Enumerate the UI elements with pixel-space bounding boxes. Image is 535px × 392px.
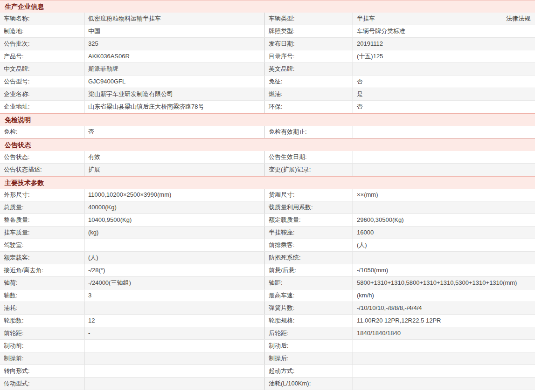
field-value: (km/h)	[357, 289, 374, 302]
field-label: 防抱死系统:	[265, 252, 353, 264]
field-label: 驾驶室:	[0, 239, 84, 251]
field-value	[84, 302, 265, 314]
field-value	[84, 340, 265, 352]
info-section: 生产企业信息 车辆名称: 低密度粉粒物料运输半挂车 车辆类型: 半挂车 法律法规…	[0, 0, 535, 113]
table-row: 轮胎数: 12 轮胎规格: 11.00R20 12PR,12R22.5 12PR	[0, 315, 535, 327]
section-header: 公告状态	[0, 138, 535, 151]
field-value: 12	[84, 315, 265, 327]
field-value	[84, 239, 265, 251]
field-label: 最高车速:	[265, 289, 353, 302]
section-title: 生产企业信息	[5, 3, 44, 10]
field-value: 29600,30500(Kg)	[357, 214, 403, 226]
field-label: 车辆类型:	[265, 13, 353, 25]
field-value-cell	[353, 164, 535, 176]
field-label: 牌照类型:	[265, 25, 353, 37]
field-value: 11.00R20 12PR,12R22.5 12PR	[357, 315, 441, 327]
field-value: -/10/10/10,-/8/8/8,-/4/4/4	[357, 302, 422, 314]
table-row: 油耗: 弹簧片数: -/10/10/10,-/8/8/8,-/4/4/4	[0, 302, 535, 315]
field-value: 扩展	[84, 164, 265, 176]
field-value: 20191112	[357, 38, 383, 50]
field-label: 轴荷:	[0, 277, 84, 289]
field-label: 货厢尺寸:	[265, 189, 353, 201]
table-row: 企业名称: 梁山新宇车业研发制造有限公司 燃油: 是	[0, 88, 535, 101]
field-value-cell: (km/h)	[353, 289, 535, 302]
table-row: 车辆名称: 低密度粉粒物料运输半挂车 车辆类型: 半挂车 法律法规	[0, 13, 535, 25]
table-row: 中文品牌: 斯派菲勒牌 英文品牌:	[0, 63, 535, 76]
field-value-cell: 否	[353, 76, 535, 88]
section-title: 主要技术参数	[5, 179, 44, 186]
field-label: 车辆名称:	[0, 13, 84, 25]
table-row: 企业地址: 山东省梁山县梁山镇后庄大桥南梁济路78号 环保: 否	[0, 101, 535, 113]
field-label: 轮胎规格:	[265, 315, 353, 327]
table-row: 轴荷: -/24000(三轴组) 轴距: 5800+1310+1310,5800…	[0, 277, 535, 289]
section-title: 公告状态	[5, 141, 31, 149]
field-value: 低密度粉粒物料运输半挂车	[84, 13, 265, 25]
field-value-cell: 车辆号牌分类标准	[353, 25, 535, 37]
field-value-cell: (人)	[353, 239, 535, 251]
field-value-cell	[353, 252, 535, 264]
field-value: 3	[84, 289, 265, 302]
field-value: 325	[84, 38, 265, 50]
table-row: 轴数: 3 最高车速: (km/h)	[0, 289, 535, 302]
field-label: 免征:	[265, 76, 353, 88]
field-label: 半挂鞍座:	[265, 227, 353, 239]
field-value: -	[84, 327, 265, 339]
field-value-cell: ××(mm)	[353, 189, 535, 201]
field-value	[84, 378, 265, 390]
field-label: 外形尺寸:	[0, 189, 84, 201]
field-label: 弹簧片数:	[265, 302, 353, 314]
field-label: 制操后:	[265, 352, 353, 364]
field-label: 英文品牌:	[265, 63, 353, 75]
field-label: 公告生效日期:	[265, 151, 353, 163]
field-value: (人)	[84, 252, 265, 264]
field-value-cell: 29600,30500(Kg)	[353, 214, 535, 226]
field-label: 制动前:	[0, 340, 84, 352]
field-value-cell: 否	[353, 101, 535, 113]
field-label: 变更(扩展)记录:	[265, 164, 353, 176]
table-row: 传动型式: 油耗(L/100Km):	[0, 378, 535, 390]
table-row: 制操前: 制操后:	[0, 352, 535, 365]
field-value-cell: 1840/1840/1840	[353, 327, 535, 339]
field-value-cell: 16000	[353, 227, 535, 239]
field-label: 前轮距:	[0, 327, 84, 339]
table-row: 前轮距: - 后轮距: 1840/1840/1840	[0, 327, 535, 340]
field-value: -/28(°)	[84, 264, 265, 276]
field-label: 油耗:	[0, 302, 84, 314]
field-value: ××(mm)	[357, 189, 378, 201]
table-row: 产品号: AKK036AS06R 目录序号: (十五)125	[0, 50, 535, 63]
info-section: 主要技术参数 外形尺寸: 11000,10200×2500×3990(mm) 货…	[0, 176, 535, 390]
field-label: 制动后:	[265, 340, 353, 352]
field-label: 目录序号:	[265, 50, 353, 62]
field-value: 5800+1310+1310,5800+1310+1310,5300+1310+…	[357, 277, 517, 289]
table-row: 公告批次: 325 发布日期: 20191112	[0, 38, 535, 50]
field-value: 是	[357, 88, 363, 100]
field-label: 公告型号:	[0, 76, 84, 88]
table-row: 公告状态: 有效 公告生效日期:	[0, 151, 535, 164]
legal-regulations-link[interactable]: 法律法规	[506, 13, 531, 25]
section-header: 免检说明	[0, 113, 535, 126]
field-value-cell: 20191112	[353, 38, 535, 50]
table-row: 转向形式: 起动方式:	[0, 365, 535, 378]
field-label: 额定载客:	[0, 252, 84, 264]
field-value: 否	[84, 126, 265, 138]
field-label: 企业名称:	[0, 88, 84, 100]
vehicle-info-table: 生产企业信息 车辆名称: 低密度粉粒物料运输半挂车 车辆类型: 半挂车 法律法规…	[0, 0, 535, 390]
section-rows: 公告状态: 有效 公告生效日期: 公告状态描述: 扩展 变更(扩展)记录:	[0, 151, 535, 176]
field-value-cell	[353, 340, 535, 352]
field-value: 1840/1840/1840	[357, 327, 401, 339]
field-value-cell	[353, 365, 535, 377]
field-label: 企业地址:	[0, 101, 84, 113]
field-value: 山东省梁山县梁山镇后庄大桥南梁济路78号	[84, 101, 265, 113]
field-label: 公告状态:	[0, 151, 84, 163]
field-value-cell	[353, 151, 535, 163]
section-rows: 车辆名称: 低密度粉粒物料运输半挂车 车辆类型: 半挂车 法律法规 制造地: 中…	[0, 13, 535, 113]
field-label: 轮胎数:	[0, 315, 84, 327]
field-value: 否	[357, 101, 363, 113]
field-label: 公告状态描述:	[0, 164, 84, 176]
field-label: 前排乘客:	[265, 239, 353, 251]
field-value-cell: 5800+1310+1310,5800+1310+1310,5300+1310+…	[353, 277, 535, 289]
field-value-cell	[353, 126, 535, 138]
field-label: 产品号:	[0, 50, 84, 62]
field-value: (kg)	[84, 227, 265, 239]
table-row: 整备质量: 10400,9500(Kg) 额定载质量: 29600,30500(…	[0, 214, 535, 227]
